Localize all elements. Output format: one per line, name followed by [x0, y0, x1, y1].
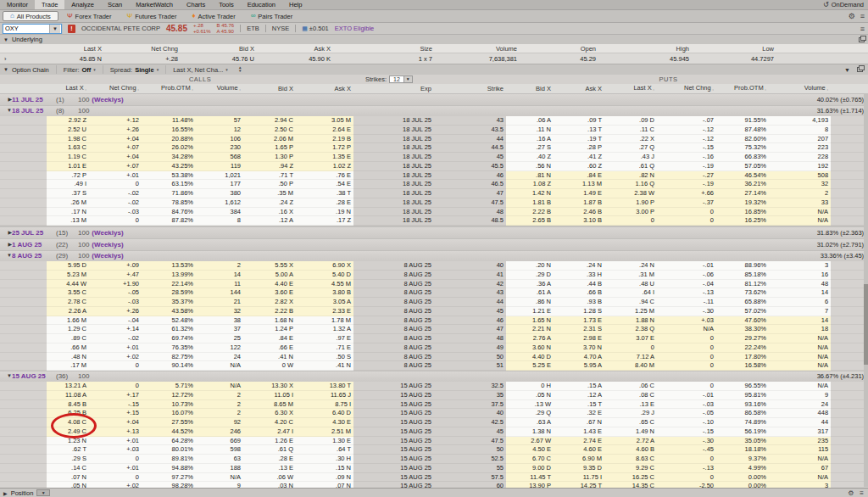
put-probotm-cell[interactable]: 81.12% [716, 280, 769, 289]
put-netchng-cell[interactable]: -.01 [657, 391, 716, 400]
call-netchng-cell[interactable]: +.04 [89, 418, 142, 427]
strike-cell[interactable]: 47.5 [434, 437, 506, 446]
call-probotm-cell[interactable]: 63.15% [142, 180, 196, 189]
menu-item-help[interactable]: Help [282, 0, 309, 9]
put-probotm-cell[interactable]: 29.27% [716, 334, 769, 343]
strike-cell[interactable]: 44 [434, 298, 506, 307]
call-netchng-cell[interactable]: -.03 [89, 298, 142, 307]
call-ask-cell[interactable]: .50 S [296, 353, 353, 362]
put-ask-cell[interactable]: 1.13 M [554, 180, 604, 189]
put-netchng-cell[interactable]: 0 [657, 455, 716, 464]
put-volume-cell[interactable]: N/A [769, 361, 831, 371]
call-volume-cell[interactable]: N/A [196, 473, 243, 483]
put-ask-cell[interactable]: .15 A [554, 382, 604, 391]
call-last-cell[interactable]: 1.66 M [47, 316, 89, 326]
call-probotm-cell[interactable]: 80.01% [142, 445, 196, 455]
put-bid-cell[interactable]: .06 A [506, 116, 554, 126]
vertical-scrollbar[interactable] [864, 93, 868, 487]
underlying-expander[interactable]: › [0, 53, 34, 64]
call-probotm-cell[interactable]: 35.37% [142, 298, 196, 307]
strike-cell[interactable]: 42.5 [434, 418, 506, 427]
put-bid-cell[interactable]: .36 A [506, 280, 554, 289]
call-ask-cell[interactable]: .38 T [296, 189, 353, 198]
put-netchng-cell[interactable]: 0 [657, 361, 716, 371]
put-netchng-cell[interactable]: -.30 [657, 437, 716, 446]
put-ask-cell[interactable]: 1.87 B [554, 198, 604, 208]
put-last-cell[interactable]: 4.60 B [604, 445, 657, 455]
put-volume-cell[interactable]: 24 [769, 400, 831, 410]
call-ask-cell[interactable]: 11.65 J [296, 391, 353, 400]
put-last-cell[interactable]: .31 M [604, 271, 657, 280]
put-volume-cell[interactable]: 44 [769, 418, 831, 427]
call-netchng-cell[interactable]: -.15 [89, 400, 142, 410]
call-last-cell[interactable]: 1.23 N [47, 437, 89, 446]
put-bid-cell[interactable]: 1.08 Z [506, 180, 554, 189]
call-bid-cell[interactable]: 1.68 N [243, 316, 296, 326]
put-volume-cell[interactable]: 67 [769, 464, 831, 473]
put-volume-cell[interactable]: 7 [769, 307, 831, 316]
call-ask-cell[interactable]: .30 H [296, 455, 353, 464]
strike-cell[interactable]: 41 [434, 271, 506, 280]
strike-cell[interactable]: 45 [434, 153, 506, 162]
put-netchng-cell[interactable]: -.12 [657, 126, 716, 135]
put-netchng-cell[interactable]: -.07 [657, 116, 716, 126]
put-probotm-cell[interactable]: 88.96% [716, 261, 769, 271]
strike-cell[interactable]: 37.5 [434, 400, 506, 410]
put-ask-cell[interactable]: .93 B [554, 298, 604, 307]
call-volume-cell[interactable]: 57 [196, 116, 243, 126]
call-last-cell[interactable]: .89 C [47, 334, 89, 343]
call-volume-cell[interactable]: 38 [196, 316, 243, 326]
col-header-last-x-10[interactable]: Last X , [604, 84, 657, 94]
toolbar-all-products[interactable]: ⌂All Products [3, 11, 58, 21]
put-probotm-cell[interactable]: 17.80% [716, 353, 769, 362]
call-bid-cell[interactable]: 1.24 P [243, 325, 296, 334]
call-netchng-cell[interactable]: +1.90 [89, 280, 142, 289]
put-ask-cell[interactable]: 2.46 B [554, 208, 604, 217]
call-volume-cell[interactable]: 106 [196, 135, 243, 144]
call-volume-cell[interactable]: 63 [196, 455, 243, 464]
call-ask-cell[interactable]: 1.30 E [296, 437, 353, 446]
put-last-cell[interactable]: .29 J [604, 409, 657, 418]
put-volume-cell[interactable]: 32 [769, 180, 831, 189]
put-netchng-cell[interactable]: -.06 [657, 271, 716, 280]
put-ask-cell[interactable]: 5.95 A [554, 361, 604, 371]
put-bid-cell[interactable]: .13 W [506, 400, 554, 410]
put-bid-cell[interactable]: 9.00 D [506, 464, 554, 473]
call-last-cell[interactable]: 2.26 A [47, 307, 89, 316]
call-last-cell[interactable]: 8.45 B [47, 400, 89, 410]
call-probotm-cell[interactable]: 22.14% [142, 280, 196, 289]
call-ask-cell[interactable]: 1.78 M [296, 316, 353, 326]
put-netchng-cell[interactable]: -.37 [657, 198, 716, 208]
call-bid-cell[interactable]: 6.30 X [243, 409, 296, 418]
call-volume-cell[interactable]: 14 [196, 271, 243, 280]
call-netchng-cell[interactable]: -.03 [89, 208, 142, 217]
call-ask-cell[interactable]: 8.75 I [296, 400, 353, 410]
put-probotm-cell[interactable]: 57.02% [716, 307, 769, 316]
col-header-ask-x-9[interactable]: Ask X [554, 84, 604, 94]
call-ask-cell[interactable]: 3.05 M [296, 116, 353, 126]
call-probotm-cell[interactable]: 87.82% [142, 216, 196, 226]
strike-cell[interactable]: 45 [434, 307, 506, 316]
put-netchng-cell[interactable]: -.19 [657, 162, 716, 171]
put-volume-cell[interactable]: 235 [769, 437, 831, 446]
strike-cell[interactable]: 46 [434, 171, 506, 181]
call-probotm-cell[interactable]: 89.81% [142, 455, 196, 464]
put-volume-cell[interactable]: N/A [769, 382, 831, 391]
strike-cell[interactable]: 35 [434, 391, 506, 400]
call-volume-cell[interactable]: 2 [196, 261, 243, 271]
put-ask-cell[interactable]: 1.28 S [554, 307, 604, 316]
call-last-cell[interactable]: 1.63 C [47, 143, 89, 153]
put-bid-cell[interactable]: 1.38 N [506, 427, 554, 437]
call-bid-cell[interactable]: .50 P [243, 180, 296, 189]
call-netchng-cell[interactable]: +.04 [89, 135, 142, 144]
underlying-section-header[interactable]: ▼ Underlying [0, 34, 868, 44]
call-volume-cell[interactable]: 92 [196, 418, 243, 427]
call-ask-cell[interactable]: 1.35 E [296, 153, 353, 162]
call-bid-cell[interactable]: 2.82 X [243, 298, 296, 307]
strike-cell[interactable]: 40 [434, 261, 506, 271]
scrollbar-handle[interactable] [864, 284, 868, 365]
call-ask-cell[interactable]: 6.90 X [296, 261, 353, 271]
put-netchng-cell[interactable]: -.13 [657, 464, 716, 473]
call-last-cell[interactable]: .13 M [47, 216, 89, 226]
call-volume-cell[interactable]: 669 [196, 437, 243, 446]
